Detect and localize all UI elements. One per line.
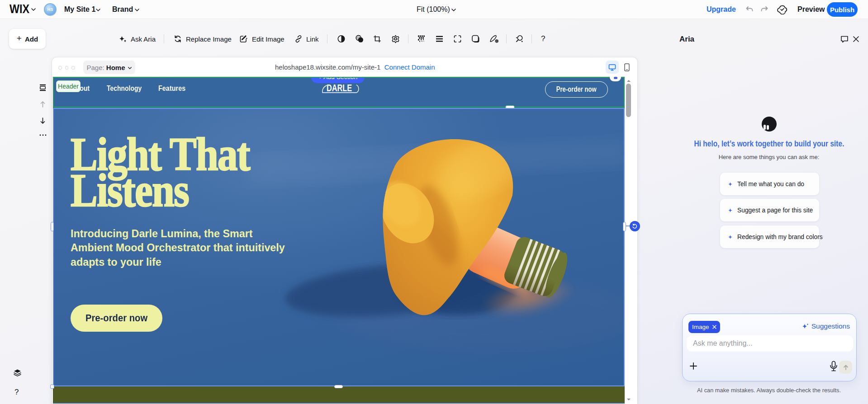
svg-text:WIX: WIX [9,4,29,15]
